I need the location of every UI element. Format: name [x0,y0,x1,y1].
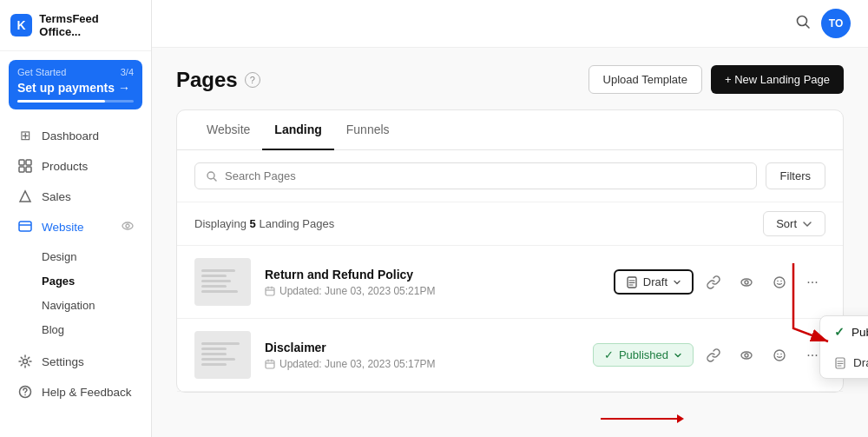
dropdown-item-draft[interactable]: Draft [820,348,868,378]
get-started-progress: 3/4 [121,67,134,77]
avatar[interactable]: TO [821,9,851,38]
get-started-main: Set up payments → [17,81,134,95]
dropdown-item-publish[interactable]: ✓ Publish [820,316,868,348]
table-row: Return and Refund Policy Updated: June 0… [177,246,843,319]
calendar-icon [265,286,275,296]
status-dropdown-published[interactable]: ✓ Published [593,343,694,367]
page-date: Updated: June 03, 2023 05:17PM [265,358,579,370]
svg-point-16 [774,277,785,288]
search-icon[interactable] [795,14,811,34]
svg-rect-3 [26,167,31,172]
sidebar-item-label: Dashboard [42,129,99,142]
chevron-down-icon [802,219,812,229]
page-name: Disclaimer [265,341,579,354]
svg-point-26 [780,353,782,354]
list-meta-text: Displaying 5 Landing Pages [194,217,334,230]
tab-landing[interactable]: Landing [262,110,333,150]
filters-button[interactable]: Filters [766,162,825,189]
progress-bar-fill [17,100,105,103]
page-info: Disclaimer Updated: June 03, 2023 05:17P… [265,341,579,370]
website-icon [17,219,33,235]
main-content: TO Pages ? Upload Template + New Landing… [152,0,868,437]
sidebar-item-blog[interactable]: Blog [5,318,146,341]
link-icon[interactable] [700,269,727,295]
search-box-icon [206,170,218,182]
help-item-label: Help & Feedback [42,386,132,399]
svg-rect-0 [19,160,24,165]
sales-icon [17,189,33,204]
sidebar-item-products[interactable]: Products [5,151,146,181]
sidebar-item-design[interactable]: Design [5,245,146,268]
products-icon [17,158,33,174]
content-area: Pages ? Upload Template + New Landing Pa… [152,48,868,437]
emoji-icon[interactable] [766,342,792,368]
tabs: Website Landing Funnels [177,110,843,150]
sidebar-item-label: Products [42,160,88,173]
sort-button[interactable]: Sort [763,211,825,236]
page-date: Updated: June 03, 2023 05:21PM [265,285,600,297]
tab-funnels[interactable]: Funnels [334,110,402,150]
check-icon: ✓ [834,325,845,339]
new-landing-button[interactable]: + New Landing Page [711,65,844,94]
sidebar-item-help[interactable]: Help & Feedback [5,377,146,407]
svg-point-11 [207,172,214,179]
content-card: Website Landing Funnels Filters Displayi… [176,109,844,393]
tab-website[interactable]: Website [194,110,262,150]
sidebar-item-website[interactable]: Website [5,212,146,242]
app-logo[interactable]: K [10,14,32,36]
progress-bar-bg [17,100,134,103]
svg-rect-1 [26,160,31,165]
get-started-label: Get Started [17,67,66,77]
status-dropdown-draft[interactable]: Draft [614,269,694,295]
preview-icon[interactable] [733,269,760,295]
sidebar-nav: ⊞ Dashboard Products Sales [0,115,151,437]
search-input[interactable] [225,169,746,182]
app-title: TermsFeed Office... [39,12,141,38]
get-started-banner[interactable]: Get Started 3/4 Set up payments → [9,60,142,109]
sidebar-item-navigation[interactable]: Navigation [5,294,146,317]
table-row: Disclaimer Updated: June 03, 2023 05:17P… [177,319,843,392]
blog-label: Blog [42,323,64,336]
page-help-icon[interactable]: ? [245,72,260,88]
page-title: Pages [176,68,238,92]
header-actions: Upload Template + New Landing Page [589,65,844,94]
svg-point-22 [741,352,752,359]
draft-doc-icon [834,357,846,369]
dashboard-icon: ⊞ [17,128,33,143]
sidebar-item-label: Website [42,221,84,234]
page-actions: Draft [614,269,825,295]
sidebar-item-settings[interactable]: Settings [5,347,146,376]
sidebar-item-pages[interactable]: Pages [5,269,146,293]
more-icon[interactable]: ··· [799,269,825,295]
design-label: Design [42,250,76,263]
doc-icon [626,276,638,288]
svg-point-17 [777,280,779,281]
topbar: TO [152,0,868,48]
search-box[interactable] [194,162,757,189]
svg-point-9 [24,394,26,396]
settings-icon [17,354,33,369]
sidebar-item-sales[interactable]: Sales [5,182,146,211]
svg-point-15 [745,281,748,284]
svg-rect-2 [19,167,24,172]
svg-point-7 [23,360,28,364]
page-actions: ✓ Published [593,342,825,368]
page-header: Pages ? Upload Template + New Landing Pa… [176,65,844,94]
sidebar-item-dashboard[interactable]: ⊞ Dashboard [5,121,146,150]
upload-template-button[interactable]: Upload Template [589,65,702,94]
page-title-row: Pages ? [176,68,260,92]
page-thumbnail [194,331,251,379]
chevron-down-icon [674,351,682,360]
page-thumbnail [194,258,251,306]
chevron-down-icon [673,278,681,287]
link-icon[interactable] [700,342,727,368]
pages-label: Pages [42,275,75,288]
svg-rect-12 [266,288,274,295]
svg-point-5 [122,222,133,229]
svg-point-18 [780,280,782,281]
emoji-icon[interactable] [766,269,792,295]
svg-point-24 [774,350,785,361]
svg-point-10 [798,16,807,25]
preview-icon[interactable] [733,342,760,368]
eye-icon[interactable] [122,220,134,235]
